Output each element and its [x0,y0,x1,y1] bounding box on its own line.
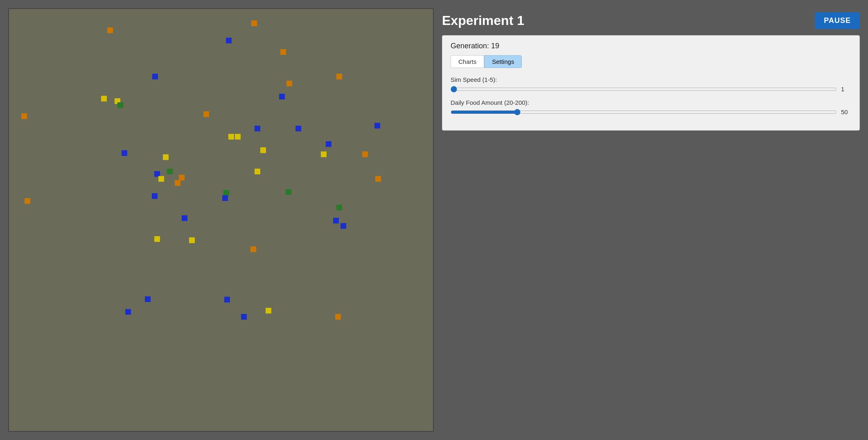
particle [235,134,241,140]
sim-speed-slider[interactable] [451,86,837,93]
particle [336,74,342,79]
particle [182,215,187,221]
particle [266,308,271,314]
particle [255,126,260,131]
particle [362,151,368,157]
particle [222,195,228,201]
daily-food-slider[interactable] [451,109,837,115]
tab-settings[interactable]: Settings [484,55,522,68]
particle [179,175,185,181]
particle [203,111,209,117]
particle [25,198,30,204]
daily-food-slider-row: 50 [451,108,851,115]
particle [224,297,230,302]
particle [340,223,346,229]
particle [375,176,381,182]
particle [152,193,158,199]
simulation-canvas [8,8,434,432]
particle [250,246,256,252]
particle [321,151,327,157]
particle [279,94,285,99]
pause-button[interactable]: PAUSE [815,12,860,29]
particle [336,205,342,210]
control-panel: Experiment 1 PAUSE Generation: 19 Charts… [442,8,860,131]
particle [21,113,27,119]
particle [163,154,169,160]
particle [122,150,127,156]
particle [335,314,341,320]
particle [260,147,266,153]
particle [286,81,292,86]
tab-charts[interactable]: Charts [451,55,484,68]
experiment-title: Experiment 1 [442,13,524,28]
particle [255,169,260,174]
settings-panel: Generation: 19 Charts Settings Sim Speed… [442,35,860,131]
header-bar: Experiment 1 PAUSE [442,8,860,35]
particle [152,74,158,79]
generation-label: Generation: 19 [451,42,851,50]
particle [228,134,234,140]
particle [125,309,131,315]
particle [167,169,173,174]
particle [251,20,257,26]
particle [101,96,107,102]
particle [223,190,229,196]
sim-speed-value: 1 [841,86,851,93]
particle [117,102,123,108]
particle [175,180,180,186]
sim-speed-label: Sim Speed (1-5): [451,76,851,83]
particle [326,141,331,147]
particle [189,237,195,243]
sim-speed-setting: Sim Speed (1-5): 1 [451,76,851,93]
particle [145,296,151,302]
particle [286,189,291,195]
particle [226,38,232,43]
particle [241,314,247,320]
particle [333,218,339,223]
particle [107,27,113,33]
tabs: Charts Settings [451,55,851,68]
particle [295,126,301,131]
daily-food-setting: Daily Food Amount (20-200): 50 [451,99,851,115]
particle [374,123,380,129]
daily-food-label: Daily Food Amount (20-200): [451,99,851,106]
particle [158,176,164,182]
particle [280,49,286,55]
daily-food-value: 50 [841,108,851,115]
sim-speed-slider-row: 1 [451,86,851,93]
particle [154,236,160,242]
